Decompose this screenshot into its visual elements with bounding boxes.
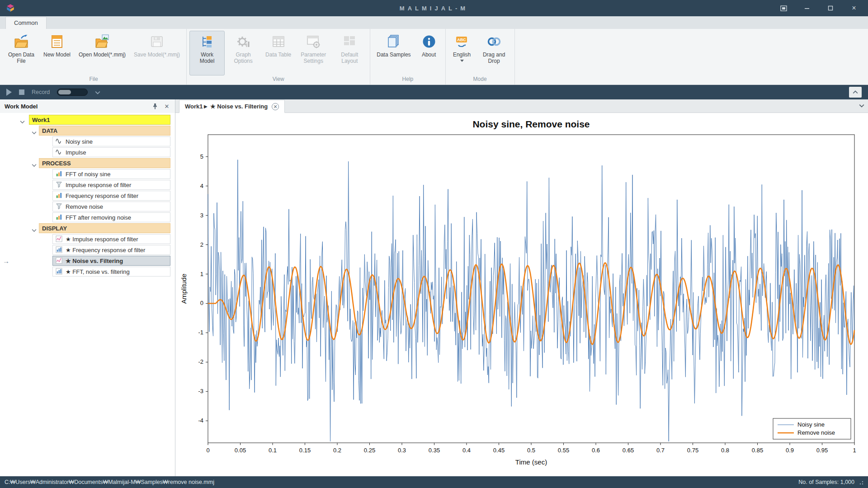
stop-button[interactable] — [19, 89, 24, 95]
tab-list-dropdown-icon[interactable] — [859, 101, 864, 109]
svg-text:0.25: 0.25 — [364, 447, 375, 454]
tree-item-label: Remove noise — [66, 203, 103, 210]
panel-close-icon[interactable]: ✕ — [163, 103, 170, 110]
svg-text:0.05: 0.05 — [235, 447, 246, 454]
ribbon-button-english[interactable]: ABCEnglish — [448, 31, 476, 75]
play-button[interactable] — [6, 89, 12, 96]
tree-item-data[interactable]: DATA — [39, 126, 170, 136]
svg-text:0.5: 0.5 — [527, 447, 535, 454]
record-dropdown-icon[interactable] — [95, 88, 100, 96]
ribbon-button-work-model[interactable]: Work Model — [189, 31, 225, 75]
tree-item-label: ★ Noise vs. Filtering — [66, 258, 123, 264]
svg-text:0.55: 0.55 — [558, 447, 569, 454]
bars-icon — [56, 214, 63, 221]
tree-item-frequency-response-of-filter[interactable]: Frequency response of filter — [52, 191, 170, 201]
tree-item-impulse-response-of-filter[interactable]: Impulse response of filter — [52, 180, 170, 190]
tree-item-work1[interactable]: Work1 — [29, 115, 170, 125]
expander-chevron-icon[interactable] — [32, 128, 37, 132]
resize-grip[interactable] — [858, 479, 863, 485]
ribbon-button-label: Data Table — [265, 52, 291, 58]
linechart-icon — [56, 235, 63, 243]
svg-text:0.1: 0.1 — [269, 447, 277, 454]
tree-item-frequency-response-of-filter[interactable]: ★ Frequency response of filter — [52, 245, 170, 255]
tree-item-label: FFT after removing noise — [66, 214, 131, 221]
tree-row: Impulse response of filter — [0, 179, 175, 190]
close-button[interactable]: × — [849, 3, 859, 13]
svg-text:Time (sec): Time (sec) — [515, 458, 547, 466]
tree-item-label: Impulse response of filter — [66, 182, 131, 188]
pin-icon[interactable] — [151, 103, 159, 110]
fullscreen-button[interactable] — [778, 3, 788, 13]
tree-row: ★ Noise vs. Filtering — [0, 255, 175, 266]
tab-common[interactable]: Common — [5, 17, 47, 29]
tree-row: ★ Impulse response of filter — [0, 234, 175, 244]
ribbon: Open Data FileNew ModelOpen Model(*.mmj)… — [0, 29, 868, 85]
model-tree: → Work1DATANoisy sineImpulsePROCESSFFT o… — [0, 113, 175, 476]
tree-item-impulse[interactable]: Impulse — [52, 147, 170, 157]
tree-item-label: Impulse — [66, 149, 86, 156]
tree-row: PROCESS — [0, 158, 175, 169]
new-model-icon — [49, 34, 65, 49]
tree-row: Noisy sine — [0, 136, 175, 147]
tree-item-process[interactable]: PROCESS — [39, 158, 170, 168]
tree-row: Work1 — [0, 114, 175, 125]
graph-options-icon — [236, 34, 251, 49]
svg-text:1: 1 — [200, 271, 203, 277]
work-model-icon — [199, 34, 215, 49]
ribbon-button-open-data-file[interactable]: Open Data File — [4, 31, 39, 75]
about-icon — [421, 34, 437, 49]
tab-close-icon[interactable]: ✕ — [272, 103, 279, 110]
ribbon-group-help: Data SamplesAboutHelp — [370, 29, 445, 84]
ribbon-button-new-model[interactable]: New Model — [40, 31, 74, 75]
tree-item-noisy-sine[interactable]: Noisy sine — [52, 136, 170, 146]
chart-area: 00.050.10.150.20.250.30.350.40.450.50.55… — [175, 113, 868, 476]
record-toggle[interactable] — [57, 89, 88, 96]
tree-item-remove-noise[interactable]: Remove noise — [52, 202, 170, 211]
sine-icon — [56, 138, 63, 145]
ribbon-collapse-icon[interactable] — [849, 87, 862, 98]
svg-text:-1: -1 — [198, 329, 203, 336]
funnel-icon — [56, 203, 63, 210]
status-samples: No. of Samples: 1,000 — [798, 479, 854, 485]
ribbon-button-label: Open Data File — [7, 52, 35, 64]
tree-item-fft-of-noisy-sine[interactable]: FFT of noisy sine — [52, 169, 170, 179]
tree-item-display[interactable]: DISPLAY — [39, 223, 170, 233]
ribbon-group-mode: ABCEnglishDrag and DropMode — [446, 29, 515, 84]
panel-title: Work Model — [5, 103, 147, 110]
ribbon-button-label: New Model — [43, 52, 71, 58]
ribbon-button-data-samples[interactable]: Data Samples — [373, 31, 414, 75]
ribbon-button-about[interactable]: About — [415, 31, 443, 75]
open-data-icon — [14, 34, 29, 49]
expander-chevron-icon[interactable] — [32, 161, 37, 164]
app-window: MALMIJAL-M × Common Open Data FileNew Mo… — [0, 0, 868, 488]
minimize-button[interactable] — [802, 3, 812, 13]
ribbon-button-drag-and-drop[interactable]: Drag and Drop — [476, 31, 512, 75]
tree-item-fft-noise-vs-filtering[interactable]: ★ FFT, noise vs. filtering — [52, 267, 170, 277]
ribbon-button-label: Data Samples — [377, 52, 410, 58]
svg-text:-4: -4 — [198, 417, 203, 424]
tree-item-impulse-response-of-filter[interactable]: ★ Impulse response of filter — [52, 234, 170, 244]
tree-item-fft-after-removing-noise[interactable]: FFT after removing noise — [52, 212, 170, 222]
expander-chevron-icon[interactable] — [20, 117, 25, 121]
tree-item-label: PROCESS — [42, 160, 71, 167]
status-bar: C:₩Users₩Administrator₩Documents₩Malmija… — [0, 476, 868, 488]
svg-text:Noisy sine: Noisy sine — [797, 421, 825, 428]
ribbon-button-open-model-mmj[interactable]: Open Model(*.mmj) — [75, 31, 129, 75]
work-model-panel: Work Model ✕ → Work1DATANoisy sineImpuls… — [0, 99, 175, 476]
tree-item-label: ★ Impulse response of filter — [66, 236, 138, 243]
tree-item-noise-vs-filtering[interactable]: ★ Noise vs. Filtering — [52, 256, 170, 266]
barschart-icon — [56, 246, 63, 253]
expander-chevron-icon[interactable] — [32, 226, 37, 230]
document-tab[interactable]: Work1► ★ Noise vs. Filtering ✕ — [179, 100, 285, 113]
tree-row: ★ Frequency response of filter — [0, 244, 175, 255]
tree-row: DATA — [0, 125, 175, 136]
tree-row: Frequency response of filter — [0, 190, 175, 201]
ribbon-tab-row: Common — [0, 16, 868, 29]
svg-text:0.9: 0.9 — [786, 447, 794, 454]
svg-text:0.15: 0.15 — [299, 447, 311, 454]
ribbon-button-graph-options: Graph Options — [226, 31, 261, 75]
svg-text:Noisy sine, Remove noise: Noisy sine, Remove noise — [472, 119, 590, 129]
svg-text:-2: -2 — [198, 358, 203, 365]
maximize-button[interactable] — [826, 3, 835, 13]
ribbon-button-label: Graph Options — [229, 52, 257, 64]
